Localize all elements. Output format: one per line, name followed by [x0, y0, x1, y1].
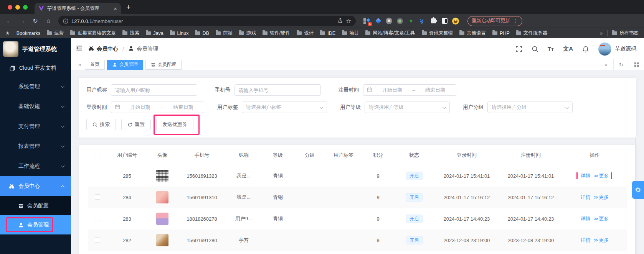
bookmark-folder[interactable]: 运营	[47, 30, 64, 36]
gem-extension-icon[interactable]	[375, 18, 381, 25]
collapse-sidebar-icon[interactable]	[76, 44, 83, 53]
sidebar-group-支付管理[interactable]: 支付管理	[0, 116, 71, 136]
bookmark-folder[interactable]: DB	[195, 31, 209, 36]
row-checkbox[interactable]	[95, 173, 100, 178]
row-checkbox[interactable]	[95, 216, 100, 221]
sidebar-item-member-center[interactable]: 会员中心	[0, 176, 71, 196]
sidebar-group-基础设施[interactable]: 基础设施	[0, 97, 71, 116]
tab-member-manage[interactable]: 会员管理	[107, 60, 143, 70]
font-size-icon[interactable]: Tт	[548, 46, 554, 52]
bookmark-folder[interactable]: Linux	[170, 31, 189, 36]
recorder-extension-icon[interactable]	[396, 18, 403, 25]
register-time-range[interactable]: 开始日期 – 结束日期	[363, 84, 456, 96]
more-link[interactable]: ≫更多	[594, 237, 609, 244]
app-logo[interactable]: 芋道管理系统	[0, 38, 71, 60]
all-bookmarks-button[interactable]: 所有书签	[612, 30, 639, 36]
user-menu[interactable]: 芋道源码	[598, 43, 636, 56]
bookmark-label: 近期需要读的文章	[78, 30, 116, 36]
site-info-icon[interactable]	[63, 18, 68, 24]
fullscreen-icon[interactable]	[515, 46, 522, 52]
select-all-checkbox[interactable]	[95, 152, 100, 157]
translate-icon[interactable]: 文A	[563, 45, 573, 52]
kebab-menu-icon[interactable]: ⋮	[513, 18, 518, 24]
sidebar-item-member-config[interactable]: 会员配置	[0, 196, 71, 215]
bell-icon[interactable]	[582, 46, 589, 52]
tab-home[interactable]: 首页	[85, 60, 105, 70]
new-tab-button[interactable]: +	[121, 3, 136, 11]
sidebar-item-member-manage[interactable]: 会员管理	[0, 215, 71, 234]
reader-extension-icon[interactable]	[441, 18, 448, 25]
bookmark-folder[interactable]: 文件服务器	[516, 30, 548, 36]
sidebar-item-cloud-docs[interactable]: Cloud 开发文档	[0, 60, 71, 77]
bookmark-label: 其他语言	[467, 30, 486, 36]
profile-avatar-icon[interactable]	[452, 18, 459, 25]
theme-settings-button[interactable]	[632, 181, 644, 199]
bookmark-folder[interactable]: 设计	[297, 30, 314, 36]
tab-layout-icon[interactable]	[629, 59, 644, 70]
reload-icon[interactable]: ↻	[30, 17, 41, 25]
bookmark-folder[interactable]: PHP	[492, 31, 510, 36]
more-link[interactable]: ≫更多	[594, 194, 609, 201]
bookmark-folder[interactable]: 网站/博客/文章/工具	[365, 30, 415, 36]
send-coupon-button[interactable]: 发送优惠券	[156, 119, 193, 130]
update-browser-button[interactable]: 重新启动即可更新 ⋮	[467, 16, 522, 26]
sidebar-group-工作流程[interactable]: 工作流程	[0, 156, 71, 176]
mobile-input[interactable]	[234, 84, 321, 96]
bookmark-folder[interactable]: 前端	[216, 30, 233, 36]
col-mobile: 手机号	[178, 152, 226, 159]
bookmarks-label[interactable]: Bookmarks	[17, 31, 41, 36]
search-button[interactable]: 搜索	[86, 119, 116, 130]
detail-link[interactable]: 详情	[581, 237, 591, 244]
home-icon[interactable]: ⌂	[43, 18, 54, 25]
detail-link[interactable]: 详情	[581, 194, 591, 201]
shortcut-extension-icon[interactable]: ⌘	[386, 18, 392, 24]
refresh-page-icon[interactable]: ↻	[613, 59, 629, 70]
bookmark-folder[interactable]: 其他语言	[459, 30, 486, 36]
bookmarks-star-icon[interactable]: ★	[5, 30, 10, 36]
row-checkbox[interactable]	[95, 194, 100, 200]
share-icon[interactable]	[337, 18, 343, 24]
tabs-scroll-left-icon[interactable]: «	[75, 62, 85, 68]
sidebar-group-报表管理[interactable]: 报表管理	[0, 136, 71, 156]
detail-link[interactable]: 详情	[581, 215, 591, 222]
bookmarks-overflow-icon[interactable]: »	[600, 30, 603, 36]
bookmark-folder[interactable]: 软件/硬件	[263, 30, 290, 36]
puzzle-extensions-icon[interactable]	[430, 18, 437, 25]
bookmark-folder[interactable]: 近期需要读的文章	[70, 30, 116, 36]
star-extension-icon[interactable]: ✧	[408, 18, 414, 25]
bookmark-folder[interactable]: IDE	[320, 31, 335, 36]
login-time-range[interactable]: 开始日期 – 结束日期	[111, 102, 204, 113]
breadcrumb: 会员中心 / 会员管理	[88, 46, 158, 52]
bookmark-folder[interactable]: 游戏	[239, 30, 256, 36]
level-select[interactable]: 请选择用户等级	[365, 102, 450, 113]
bookmark-folder[interactable]: 资讯未整理	[422, 30, 453, 36]
sidebar-group-系统管理[interactable]: 系统管理	[0, 77, 71, 97]
more-link[interactable]: ≫更多	[594, 172, 609, 179]
reset-button[interactable]: 重置	[121, 119, 151, 130]
tab-close-icon[interactable]: ×	[114, 5, 117, 12]
bookmark-folder[interactable]: 搜索	[122, 30, 139, 36]
bookmark-folder[interactable]: Java	[146, 31, 163, 36]
row-checkbox[interactable]	[95, 237, 100, 243]
forward-icon[interactable]: →	[17, 18, 28, 25]
tag-select[interactable]: 请选择用户标签	[242, 102, 327, 113]
search-icon[interactable]	[532, 46, 538, 52]
detail-link[interactable]: 详情	[581, 172, 591, 179]
breadcrumb-member-center[interactable]: 会员中心	[97, 46, 118, 52]
window-zoom-button[interactable]	[23, 5, 28, 10]
more-link[interactable]: ≫更多	[594, 215, 609, 222]
tab-member-config[interactable]: 会员配置	[145, 60, 182, 70]
tabs-scroll-right-icon[interactable]: »	[598, 59, 613, 70]
window-minimize-button[interactable]	[15, 5, 20, 10]
window-close-button[interactable]	[8, 5, 12, 10]
bookmark-folder[interactable]: 项目	[342, 30, 359, 36]
layers-extension-icon[interactable]: ≫	[419, 18, 426, 25]
group-select[interactable]: 请选择用户分组	[487, 102, 573, 113]
tab-manager-extension-icon[interactable]: 6	[363, 18, 370, 25]
nickname-input[interactable]	[111, 84, 197, 96]
address-bar[interactable]: 127.0.0.1/member/user ☆	[58, 16, 356, 26]
browser-tab[interactable]: 芋道管理系统 - 会员管理 ×	[35, 3, 121, 14]
bookmark-label: 游戏	[246, 30, 256, 36]
back-icon[interactable]: ←	[4, 18, 15, 25]
bookmark-star-icon[interactable]: ☆	[346, 18, 351, 25]
